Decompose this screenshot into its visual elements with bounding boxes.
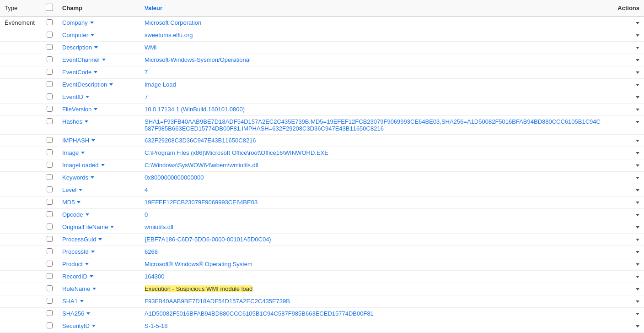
row-checkbox[interactable] xyxy=(47,32,53,38)
actions-cell[interactable] xyxy=(607,172,644,184)
row-checkbox[interactable] xyxy=(47,118,53,124)
champ-link[interactable]: RecordID xyxy=(62,273,93,280)
champ-link[interactable]: EventID xyxy=(62,93,89,100)
champ-link[interactable]: Image xyxy=(62,149,85,156)
actions-cell[interactable] xyxy=(607,283,644,295)
row-checkbox[interactable] xyxy=(47,285,53,291)
actions-chevron-icon[interactable] xyxy=(636,276,639,278)
actions-chevron-icon[interactable] xyxy=(636,71,639,74)
row-checkbox-cell[interactable] xyxy=(41,66,58,79)
champ-link[interactable]: SecurityID xyxy=(62,322,96,329)
row-checkbox[interactable] xyxy=(47,211,53,217)
actions-chevron-icon[interactable] xyxy=(636,239,639,241)
actions-cell[interactable] xyxy=(607,147,644,159)
row-checkbox[interactable] xyxy=(47,310,53,316)
actions-chevron-icon[interactable] xyxy=(636,177,639,179)
champ-link[interactable]: SHA256 xyxy=(62,310,90,317)
row-checkbox-cell[interactable] xyxy=(41,159,58,172)
actions-chevron-icon[interactable] xyxy=(636,22,639,24)
actions-cell[interactable] xyxy=(607,308,644,320)
champ-link[interactable]: ProcessGuid xyxy=(62,236,102,243)
row-checkbox-cell[interactable] xyxy=(41,320,58,333)
actions-chevron-icon[interactable] xyxy=(636,47,639,49)
row-checkbox-cell[interactable] xyxy=(41,29,58,42)
actions-cell[interactable] xyxy=(607,184,644,197)
champ-link[interactable]: Keywords xyxy=(62,174,94,181)
actions-cell[interactable] xyxy=(607,221,644,234)
row-checkbox[interactable] xyxy=(47,56,53,62)
row-checkbox-cell[interactable] xyxy=(41,283,58,295)
row-checkbox[interactable] xyxy=(47,137,53,143)
actions-cell[interactable] xyxy=(607,271,644,283)
row-checkbox-cell[interactable] xyxy=(41,147,58,159)
actions-chevron-icon[interactable] xyxy=(636,313,639,315)
actions-cell[interactable] xyxy=(607,295,644,308)
champ-link[interactable]: Company xyxy=(62,19,94,26)
actions-chevron-icon[interactable] xyxy=(636,152,639,154)
champ-link[interactable]: IMPHASH xyxy=(62,137,95,144)
row-checkbox-cell[interactable] xyxy=(41,295,58,308)
actions-chevron-icon[interactable] xyxy=(636,121,639,123)
champ-link[interactable]: EventDescription xyxy=(62,81,113,88)
row-checkbox[interactable] xyxy=(47,149,53,155)
row-checkbox-cell[interactable] xyxy=(41,234,58,246)
champ-link[interactable]: Product xyxy=(62,261,89,267)
actions-cell[interactable] xyxy=(607,54,644,66)
champ-link[interactable]: RuleName xyxy=(62,285,96,292)
row-checkbox-cell[interactable] xyxy=(41,54,58,66)
actions-chevron-icon[interactable] xyxy=(636,140,639,142)
row-checkbox-cell[interactable] xyxy=(41,221,58,234)
row-checkbox[interactable] xyxy=(47,273,53,279)
row-checkbox-cell[interactable] xyxy=(41,308,58,320)
actions-cell[interactable] xyxy=(607,66,644,79)
row-checkbox-cell[interactable] xyxy=(41,16,58,29)
row-checkbox-cell[interactable] xyxy=(41,258,58,271)
champ-link[interactable]: Opcode xyxy=(62,211,89,218)
row-checkbox[interactable] xyxy=(47,69,53,75)
actions-chevron-icon[interactable] xyxy=(636,300,639,303)
champ-link[interactable]: MD5 xyxy=(62,199,80,206)
row-checkbox[interactable] xyxy=(47,261,53,267)
actions-cell[interactable] xyxy=(607,29,644,42)
actions-chevron-icon[interactable] xyxy=(636,214,639,216)
row-checkbox[interactable] xyxy=(47,106,53,112)
row-checkbox-cell[interactable] xyxy=(41,116,58,135)
actions-cell[interactable] xyxy=(607,234,644,246)
champ-link[interactable]: Description xyxy=(62,44,98,51)
row-checkbox[interactable] xyxy=(47,186,53,192)
champ-link[interactable]: ProcessId xyxy=(62,248,95,255)
row-checkbox[interactable] xyxy=(47,236,53,242)
row-checkbox-cell[interactable] xyxy=(41,246,58,258)
champ-link[interactable]: ImageLoaded xyxy=(62,162,105,169)
row-checkbox-cell[interactable] xyxy=(41,271,58,283)
actions-cell[interactable] xyxy=(607,197,644,209)
champ-link[interactable]: EventChannel xyxy=(62,56,106,63)
actions-cell[interactable] xyxy=(607,104,644,116)
actions-cell[interactable] xyxy=(607,258,644,271)
actions-chevron-icon[interactable] xyxy=(636,263,639,266)
actions-chevron-icon[interactable] xyxy=(636,96,639,98)
actions-chevron-icon[interactable] xyxy=(636,251,639,253)
row-checkbox-cell[interactable] xyxy=(41,104,58,116)
row-checkbox[interactable] xyxy=(47,81,53,87)
row-checkbox[interactable] xyxy=(47,93,53,99)
row-checkbox[interactable] xyxy=(47,298,53,304)
champ-link[interactable]: Computer xyxy=(62,32,94,38)
row-checkbox-cell[interactable] xyxy=(41,209,58,221)
row-checkbox-cell[interactable] xyxy=(41,172,58,184)
actions-cell[interactable] xyxy=(607,79,644,91)
row-checkbox[interactable] xyxy=(47,19,53,25)
row-checkbox[interactable] xyxy=(47,199,53,205)
row-checkbox-cell[interactable] xyxy=(41,42,58,54)
champ-link[interactable]: EventCode xyxy=(62,69,97,76)
row-checkbox[interactable] xyxy=(47,248,53,254)
actions-chevron-icon[interactable] xyxy=(636,202,639,204)
row-checkbox[interactable] xyxy=(47,174,53,180)
row-checkbox[interactable] xyxy=(47,224,53,229)
champ-link[interactable]: Level xyxy=(62,186,82,193)
row-checkbox[interactable] xyxy=(47,322,53,328)
actions-chevron-icon[interactable] xyxy=(636,226,639,229)
actions-chevron-icon[interactable] xyxy=(636,34,639,37)
actions-cell[interactable] xyxy=(607,159,644,172)
row-checkbox-cell[interactable] xyxy=(41,91,58,104)
